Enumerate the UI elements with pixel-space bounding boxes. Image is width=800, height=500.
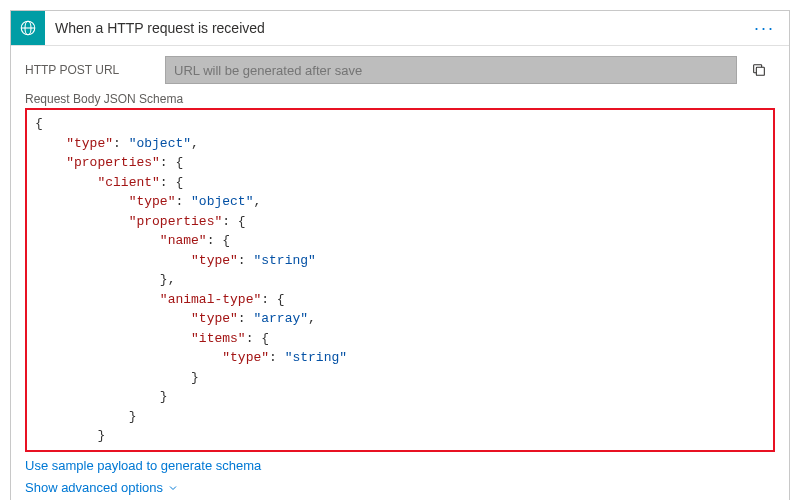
copy-icon xyxy=(751,62,767,78)
url-row: HTTP POST URL xyxy=(25,56,775,84)
card-body: HTTP POST URL Request Body JSON Schema {… xyxy=(11,46,789,500)
card-header: When a HTTP request is received ··· xyxy=(11,11,789,46)
http-trigger-card: When a HTTP request is received ··· HTTP… xyxy=(10,10,790,500)
json-schema-editor[interactable]: { "type": "object", "properties": { "cli… xyxy=(25,108,775,452)
svg-rect-3 xyxy=(756,67,764,75)
copy-url-button[interactable] xyxy=(743,56,775,84)
http-trigger-icon xyxy=(11,11,45,45)
http-post-url-input[interactable] xyxy=(165,56,737,84)
sample-payload-link[interactable]: Use sample payload to generate schema xyxy=(25,458,261,473)
card-title: When a HTTP request is received xyxy=(45,20,740,36)
show-advanced-label: Show advanced options xyxy=(25,480,163,495)
schema-label: Request Body JSON Schema xyxy=(25,92,775,106)
chevron-down-icon xyxy=(167,482,179,494)
show-advanced-link[interactable]: Show advanced options xyxy=(25,480,179,495)
more-menu-button[interactable]: ··· xyxy=(740,18,789,39)
url-label: HTTP POST URL xyxy=(25,63,165,77)
